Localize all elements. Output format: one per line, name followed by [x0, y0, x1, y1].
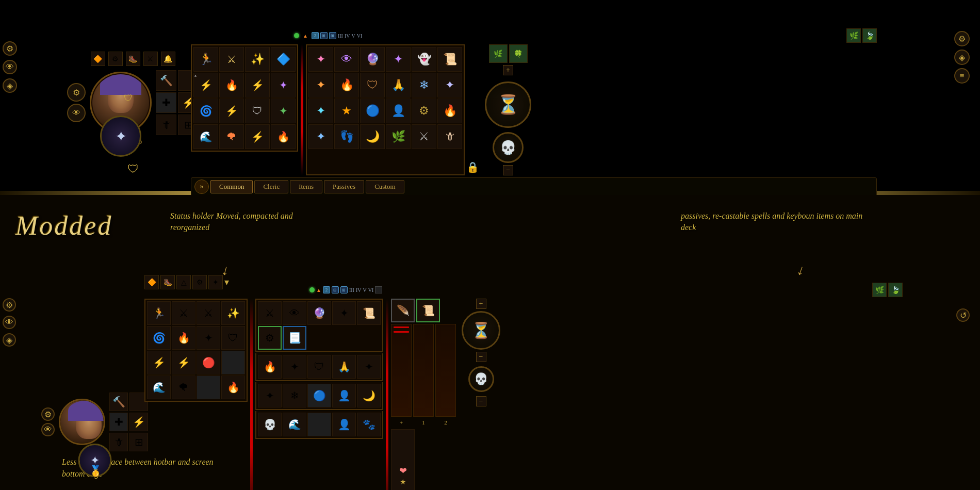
ml-9[interactable]: ⚡: [172, 351, 195, 374]
rs-19[interactable]: 🌙: [360, 124, 385, 149]
mc3-2[interactable]: 🔵: [307, 384, 331, 407]
mc2-0[interactable]: 🔥: [258, 355, 282, 379]
mr-item-0[interactable]: 🪶: [391, 299, 415, 322]
side-btn-r1[interactable]: ⚙: [954, 31, 970, 46]
tab-custom[interactable]: Custom: [366, 180, 404, 193]
mc-5[interactable]: ⚙: [258, 326, 282, 350]
tab-scroll-icon[interactable]: »: [194, 179, 209, 194]
spell-3[interactable]: 🔷: [271, 47, 296, 72]
rs-8[interactable]: 🙏: [386, 73, 411, 97]
m-equip-3[interactable]: ✚: [109, 413, 128, 431]
equip-slot-5[interactable]: 🗡: [156, 115, 176, 135]
rs-extra[interactable]: 📜: [437, 47, 462, 72]
spell-8[interactable]: 🌀: [193, 99, 218, 123]
spell-12[interactable]: 🌊: [193, 124, 218, 149]
rs-4[interactable]: 👻: [412, 47, 436, 72]
ml-14[interactable]: [197, 375, 220, 399]
spell-10[interactable]: 🛡: [245, 99, 270, 123]
rs-6[interactable]: 🔥: [334, 73, 359, 97]
spell-9[interactable]: ⚡: [219, 99, 244, 123]
m-plus-btn[interactable]: +: [476, 299, 486, 309]
mc4-2[interactable]: [307, 413, 331, 436]
ml-6[interactable]: ✦: [197, 326, 220, 350]
equip-slot-1[interactable]: 🔨: [156, 70, 176, 91]
side-btn-2[interactable]: 👁: [67, 104, 86, 122]
mr-item-1[interactable]: 📜: [416, 299, 440, 322]
mc3-3[interactable]: 👤: [332, 384, 356, 407]
rs-11[interactable]: ✦: [308, 99, 333, 123]
mc3-0[interactable]: ✦: [258, 384, 282, 407]
mc-0[interactable]: ⚔: [258, 301, 282, 325]
side-btn-r2[interactable]: ◈: [954, 50, 970, 65]
mc3-1[interactable]: ❄: [283, 384, 306, 407]
minus-btn[interactable]: −: [503, 165, 513, 175]
m-side-btn-2[interactable]: 👁: [41, 423, 55, 436]
rs-7[interactable]: 🛡: [360, 73, 385, 97]
rs-21[interactable]: ⚔: [412, 124, 436, 149]
rs-10[interactable]: ✦: [437, 73, 462, 97]
spell-6[interactable]: ⚡: [245, 73, 270, 97]
spell-0[interactable]: 🏃: [193, 47, 218, 72]
rs-15[interactable]: ⚙: [412, 99, 436, 123]
ml-4[interactable]: 🌀: [147, 326, 171, 350]
m-side-btn-1[interactable]: ⚙: [41, 407, 55, 421]
plus-btn[interactable]: +: [503, 65, 513, 75]
m-minus-btn[interactable]: −: [476, 352, 486, 362]
spell-4[interactable]: ⚡: [193, 73, 218, 97]
mc4-0[interactable]: 💀: [258, 413, 282, 436]
rs-22[interactable]: 🗡: [437, 124, 462, 149]
ml-7[interactable]: 🛡: [221, 326, 245, 350]
mc2-2[interactable]: 🛡: [307, 355, 331, 379]
rs-0[interactable]: ✦: [308, 47, 333, 72]
ml-5[interactable]: 🔥: [172, 326, 195, 350]
rs-12[interactable]: ★: [334, 99, 359, 123]
rs-3[interactable]: ✦: [386, 47, 411, 72]
ml-3[interactable]: ✨: [221, 301, 245, 325]
rs-9[interactable]: ❄: [412, 73, 436, 97]
equip-slot-3[interactable]: ✚: [156, 92, 176, 113]
rs-2[interactable]: 🔮: [360, 47, 385, 72]
ml-11[interactable]: [221, 351, 245, 374]
far-left-btn-2[interactable]: 👁: [3, 60, 17, 74]
mc3-4[interactable]: 🌙: [357, 384, 381, 407]
side-btn-r3[interactable]: ≡: [954, 68, 970, 84]
mc-4[interactable]: 📜: [357, 301, 381, 325]
ml-8[interactable]: ⚡: [147, 351, 171, 374]
rs-16[interactable]: 🔥: [437, 99, 462, 123]
far-left-btn-1[interactable]: ⚙: [3, 41, 17, 56]
mc2-1[interactable]: ✦: [283, 355, 306, 379]
m-minus2-btn[interactable]: −: [476, 396, 486, 406]
mc4-1[interactable]: 🌊: [283, 413, 306, 436]
far-left-btn-3[interactable]: ◈: [3, 78, 17, 93]
mc2-3[interactable]: 🙏: [332, 355, 356, 379]
spell-14[interactable]: ⚡: [245, 124, 270, 149]
rs-17[interactable]: ✦: [308, 124, 333, 149]
mc-special[interactable]: 📃: [283, 326, 306, 350]
mc4-4[interactable]: 🐾: [357, 413, 381, 436]
side-btn-1[interactable]: ⚙: [67, 83, 86, 102]
ml-13[interactable]: 🌪: [172, 375, 195, 399]
spell-15[interactable]: 🔥: [271, 124, 296, 149]
m-equip-1[interactable]: 🔨: [109, 393, 128, 411]
mc-1[interactable]: 👁: [283, 301, 306, 325]
ml-12[interactable]: 🌊: [147, 375, 171, 399]
m-equip-5[interactable]: 🗡: [109, 433, 128, 451]
m-fl-btn-3[interactable]: ◈: [3, 333, 16, 347]
ml-2[interactable]: ⚔: [197, 301, 220, 325]
spell-11[interactable]: ✦: [271, 99, 296, 123]
rs-13[interactable]: 🔵: [360, 99, 385, 123]
rs-18[interactable]: 👣: [334, 124, 359, 149]
mc2-4[interactable]: ✦: [357, 355, 381, 379]
ml-1[interactable]: ⚔: [172, 301, 195, 325]
m-fl-btn-2[interactable]: 👁: [3, 316, 16, 329]
spell-13[interactable]: 🌪: [219, 124, 244, 149]
mc-2[interactable]: 🔮: [307, 301, 331, 325]
spell-5[interactable]: 🔥: [219, 73, 244, 97]
rs-20[interactable]: 🌿: [386, 124, 411, 149]
spell-7[interactable]: ✦: [271, 73, 296, 97]
rs-1[interactable]: 👁: [334, 47, 359, 72]
ml-10[interactable]: 🔴: [197, 351, 220, 374]
mc4-3[interactable]: 👤: [332, 413, 356, 436]
tab-common[interactable]: Common: [210, 180, 253, 193]
m-square-btn[interactable]: [375, 286, 382, 293]
